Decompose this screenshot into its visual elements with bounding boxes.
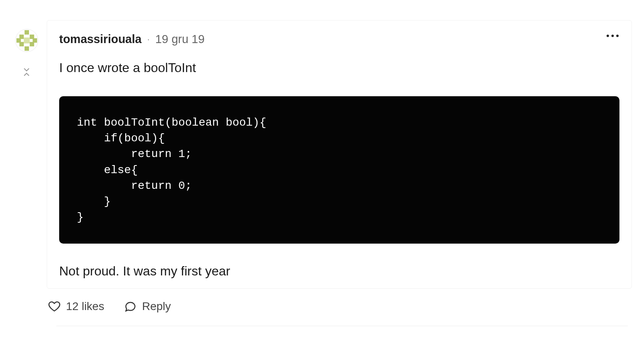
chevron-down-icon xyxy=(23,67,31,72)
collapse-toggle[interactable] xyxy=(23,67,31,77)
more-options-icon xyxy=(616,35,619,37)
reply-label: Reply xyxy=(142,300,171,313)
reply-button[interactable]: Reply xyxy=(124,300,171,313)
more-options-icon xyxy=(611,35,614,37)
meta-separator: · xyxy=(147,35,150,44)
timestamp: 19 gru 19 xyxy=(155,33,205,46)
comment-container: tomassiriouala · 19 gru 19 I once wrote … xyxy=(0,0,644,289)
svg-rect-8 xyxy=(25,46,29,51)
more-options-button[interactable] xyxy=(603,31,622,40)
comment-card: tomassiriouala · 19 gru 19 I once wrote … xyxy=(47,20,632,289)
svg-rect-9 xyxy=(24,37,30,43)
comment-body-line-1: I once wrote a boolToInt xyxy=(59,60,619,75)
svg-rect-6 xyxy=(19,42,24,46)
avatar-icon xyxy=(16,29,38,52)
code-block: int boolToInt(boolean bool){ if(bool){ r… xyxy=(59,96,619,244)
likes-label: 12 likes xyxy=(66,300,104,313)
like-button[interactable]: 12 likes xyxy=(48,300,104,313)
comment-header: tomassiriouala · 19 gru 19 xyxy=(59,33,619,46)
heart-icon xyxy=(48,300,60,312)
comment-gutter xyxy=(12,20,41,77)
svg-rect-1 xyxy=(25,30,29,35)
reply-icon xyxy=(124,300,136,312)
username[interactable]: tomassiriouala xyxy=(59,33,142,46)
more-options-icon xyxy=(607,35,609,37)
avatar[interactable] xyxy=(15,29,38,52)
divider xyxy=(56,326,628,326)
comment-body-line-2: Not proud. It was my first year xyxy=(59,264,619,279)
comment-meta: tomassiriouala · 19 gru 19 xyxy=(59,33,204,46)
svg-rect-7 xyxy=(29,42,34,46)
chevron-up-icon xyxy=(23,72,31,77)
comment-actions: 12 likes Reply xyxy=(48,300,644,313)
